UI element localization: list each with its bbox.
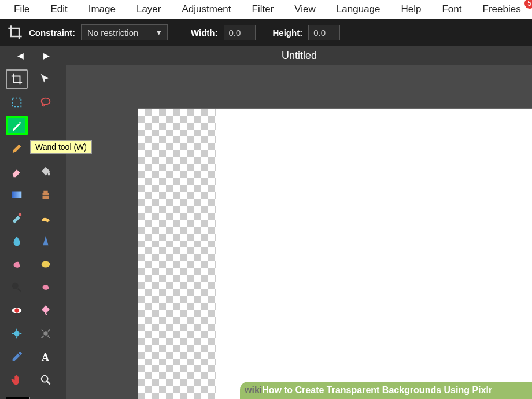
gradient-tool[interactable] xyxy=(6,185,28,205)
drawing-tool[interactable] xyxy=(35,208,57,228)
workspace: A Wand tool (W) xyxy=(0,65,532,399)
zoom-tool[interactable] xyxy=(35,370,57,390)
color-replace-tool[interactable] xyxy=(6,208,28,228)
constraint-label: Constraint: xyxy=(29,28,75,38)
chevron-down-icon: ▾ xyxy=(157,27,161,38)
watermark-wiki: wiki xyxy=(245,385,262,396)
clone-stamp-tool[interactable] xyxy=(35,185,57,205)
eraser-tool[interactable] xyxy=(6,162,28,182)
paint-bucket-tool[interactable] xyxy=(35,162,57,182)
crop-icon xyxy=(7,24,23,40)
menubar: File Edit Image Layer Adjustment Filter … xyxy=(0,0,532,19)
options-bar: Constraint: No restriction ▾ Width: 0.0 … xyxy=(0,19,532,46)
pinch-tool[interactable] xyxy=(35,324,57,343)
menu-help[interactable]: Help xyxy=(391,0,432,19)
color-swatches[interactable] xyxy=(6,397,58,399)
move-tool[interactable] xyxy=(35,69,57,89)
svg-rect-2 xyxy=(12,192,22,198)
menu-image[interactable]: Image xyxy=(78,0,126,19)
svg-point-4 xyxy=(42,261,50,268)
document-tabbar: ◀ ▶ Untitled xyxy=(0,46,532,65)
red-eye-tool[interactable] xyxy=(6,301,28,320)
svg-text:A: A xyxy=(42,352,50,363)
menu-view[interactable]: View xyxy=(284,0,326,19)
toolbox: A Wand tool (W) xyxy=(0,65,66,399)
blur-tool[interactable] xyxy=(6,231,28,251)
crop-tool[interactable] xyxy=(6,69,28,89)
marquee-tool[interactable] xyxy=(6,93,28,112)
watermark-text: to Create Transparent Backgrounds Using … xyxy=(284,385,492,396)
menu-language[interactable]: Language xyxy=(326,0,391,19)
eyedropper-tool[interactable] xyxy=(6,347,28,367)
svg-point-11 xyxy=(42,376,48,382)
constraint-dropdown[interactable]: No restriction ▾ xyxy=(81,24,168,40)
wand-tool[interactable] xyxy=(6,116,28,135)
transparent-region xyxy=(138,109,216,399)
menu-freebies[interactable]: Freebies xyxy=(472,0,531,19)
height-label: Height: xyxy=(273,28,303,38)
pencil-tool[interactable] xyxy=(6,139,28,158)
svg-point-9 xyxy=(43,331,47,335)
document-title: Untitled xyxy=(66,50,532,62)
tab-prev-icon[interactable]: ◀ xyxy=(17,51,24,60)
width-input[interactable]: 0.0 xyxy=(224,25,256,40)
menu-filter[interactable]: Filter xyxy=(242,0,285,19)
wand-tooltip: Wand tool (W) xyxy=(30,140,92,154)
canvas[interactable] xyxy=(138,109,532,399)
menu-adjustment[interactable]: Adjustment xyxy=(171,0,241,19)
menu-font[interactable]: Font xyxy=(431,0,472,19)
watermark-how: How xyxy=(262,385,282,396)
svg-point-5 xyxy=(12,283,19,289)
width-label: Width: xyxy=(191,28,218,38)
svg-point-1 xyxy=(42,98,50,105)
wikihow-watermark: wikiHow to Create Transparent Background… xyxy=(240,382,532,399)
hand-tool[interactable] xyxy=(6,370,28,390)
tab-next-icon[interactable]: ▶ xyxy=(43,51,50,60)
canvas-area xyxy=(66,65,532,399)
sharpen-tool[interactable] xyxy=(35,231,57,251)
foreground-color[interactable] xyxy=(6,397,30,399)
svg-point-3 xyxy=(19,213,22,217)
menu-file[interactable]: File xyxy=(3,0,40,19)
menu-edit[interactable]: Edit xyxy=(40,0,77,19)
bloat-tool[interactable] xyxy=(6,324,28,343)
menu-layer[interactable]: Layer xyxy=(126,0,172,19)
dodge-tool[interactable] xyxy=(6,278,28,297)
sponge-tool[interactable] xyxy=(35,254,57,274)
svg-rect-0 xyxy=(13,98,21,107)
lasso-tool[interactable] xyxy=(35,93,57,112)
smudge-tool[interactable] xyxy=(6,254,28,274)
type-tool[interactable]: A xyxy=(35,347,57,367)
svg-point-8 xyxy=(14,331,19,336)
height-input[interactable]: 0.0 xyxy=(308,25,340,40)
svg-point-7 xyxy=(14,308,19,312)
burn-tool[interactable] xyxy=(35,278,57,297)
spot-heal-tool[interactable] xyxy=(35,301,57,320)
constraint-value: No restriction xyxy=(87,28,138,38)
